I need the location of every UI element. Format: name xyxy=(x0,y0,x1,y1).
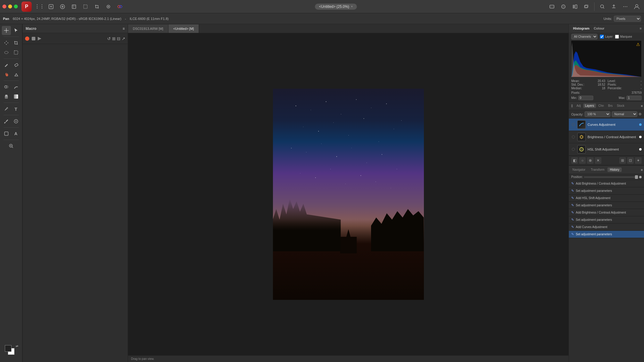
clip-btn[interactable]: ⊗ xyxy=(587,157,594,164)
blend-mode-select[interactable]: Normal Multiply Screen xyxy=(612,111,637,117)
navigator-tab[interactable]: Navigator xyxy=(570,167,588,172)
stop-button[interactable] xyxy=(32,37,35,40)
histogram-tab[interactable]: Histogram xyxy=(571,26,591,31)
heal-tool[interactable] xyxy=(11,117,21,126)
layers-menu-icon[interactable]: ≡ xyxy=(641,104,643,108)
transform-icon[interactable] xyxy=(69,2,79,11)
position-slider-track[interactable] xyxy=(584,176,638,178)
play-button[interactable] xyxy=(38,37,41,40)
duplicate-btn[interactable]: ⊡ xyxy=(627,157,634,164)
brush-tool[interactable] xyxy=(2,60,11,69)
minimize-button[interactable] xyxy=(8,5,12,8)
color-adj-icon[interactable] xyxy=(115,2,125,11)
eraser-tool[interactable] xyxy=(11,60,21,69)
history-item-1[interactable]: ✎ Set adjustment parameters xyxy=(569,187,644,195)
eyedropper-tool[interactable] xyxy=(2,117,11,126)
retouch-icon[interactable] xyxy=(104,2,113,11)
add-group-btn[interactable]: ⊞ xyxy=(619,157,626,164)
select-arrange-icon[interactable] xyxy=(46,2,56,11)
export-icon[interactable] xyxy=(609,2,619,11)
macro-menu-icon[interactable]: ≡ xyxy=(123,27,125,31)
document-title-pill[interactable]: <Untitled> (25.0%) × xyxy=(315,4,357,10)
compare-icon[interactable] xyxy=(570,2,580,11)
history-item-3[interactable]: ✎ Set adjustment parameters xyxy=(569,202,644,209)
history-item-0[interactable]: ✎ Add Brightness / Contrast Adjustment xyxy=(569,180,644,187)
search-main-icon[interactable] xyxy=(598,2,607,11)
marquee-checkbox[interactable] xyxy=(615,35,619,39)
layer-settings-icon[interactable]: ⚙ xyxy=(639,112,642,116)
title-close-btn[interactable]: × xyxy=(351,5,353,8)
layer-item-hsl[interactable]: HSL Shift Adjustment xyxy=(569,143,644,156)
user-profile-icon[interactable] xyxy=(632,2,642,11)
crop-icon[interactable] xyxy=(92,2,102,11)
mask-mode-icon[interactable] xyxy=(547,2,557,11)
layer-item-curves[interactable]: Curves Adjustment xyxy=(569,119,644,131)
history-item-2[interactable]: ✎ Add HSL Shift Adjustment xyxy=(569,195,644,202)
pen-tool[interactable] xyxy=(2,104,11,113)
layer-item-brightness[interactable]: Brightness / Contrast Adjustment xyxy=(569,131,644,143)
clone-tool[interactable] xyxy=(2,82,11,91)
history-item-7[interactable]: ✎ Set adjustment parameters xyxy=(569,231,644,238)
burn-tool[interactable] xyxy=(2,70,11,79)
view-mode-icon[interactable] xyxy=(559,2,568,11)
dodge-tool[interactable] xyxy=(11,70,21,79)
min-value-input[interactable] xyxy=(578,96,593,100)
layers-panel-icon[interactable]: || xyxy=(570,103,574,108)
swap-colors-icon[interactable]: ⇄ xyxy=(16,345,18,348)
move-tool[interactable] xyxy=(2,38,11,47)
units-select[interactable]: Pixels Inches Centimeters xyxy=(614,16,641,22)
layer-visibility-2[interactable] xyxy=(571,147,575,151)
gradient-tool[interactable] xyxy=(11,92,21,101)
transform-tab[interactable]: Transform xyxy=(588,167,607,172)
add-layer-btn[interactable]: + xyxy=(635,157,642,164)
smart-select-tool[interactable] xyxy=(11,48,21,57)
zoom-tool[interactable] xyxy=(7,141,16,151)
macro-save-icon[interactable]: ⊟ xyxy=(117,36,120,41)
pan-tool[interactable] xyxy=(2,26,11,35)
text-tool[interactable]: T xyxy=(11,104,21,113)
layer-checkbox[interactable] xyxy=(600,35,604,39)
macro-export-icon[interactable]: ↗ xyxy=(122,36,125,41)
adj-tab[interactable]: Adj xyxy=(575,103,582,108)
smudge-tool[interactable] xyxy=(11,82,21,91)
paint-icon[interactable] xyxy=(58,2,67,11)
history-menu-icon[interactable]: ≡ xyxy=(641,168,643,172)
doc-tab-1[interactable]: <Untitled> [M] xyxy=(168,24,199,33)
max-value-input[interactable] xyxy=(626,96,642,100)
history-tab[interactable]: History xyxy=(607,167,622,172)
freehand-select-tool[interactable] xyxy=(2,48,11,57)
history-item-4[interactable]: ✎ Add Brightness / Contrast Adjustment xyxy=(569,209,644,216)
add-mask-btn[interactable]: ◧ xyxy=(571,157,578,164)
brs-tab[interactable]: Brs xyxy=(606,103,614,108)
paint-bucket-tool[interactable] xyxy=(2,92,11,101)
select-pointer-tool[interactable] xyxy=(11,26,21,35)
delete-btn[interactable]: ✕ xyxy=(595,157,601,164)
layers-tab[interactable]: Layers xyxy=(583,103,596,108)
close-button[interactable] xyxy=(2,5,6,8)
layer-visibility-1[interactable] xyxy=(571,135,575,139)
position-slider-thumb[interactable] xyxy=(635,175,638,179)
stock-tab[interactable]: Stock xyxy=(615,103,626,108)
add-fx-btn[interactable]: ○ xyxy=(579,157,586,164)
maximize-button[interactable] xyxy=(14,5,18,8)
select-icon[interactable] xyxy=(81,2,90,11)
layer-visibility-0[interactable] xyxy=(571,122,575,127)
channel-select[interactable]: All Channels Red Green Blue Alpha xyxy=(571,34,598,40)
doc-tab-0[interactable]: DSC01913.ARW [M] xyxy=(128,24,168,33)
record-button[interactable] xyxy=(25,37,29,41)
more-actions-icon[interactable]: ⋯ xyxy=(620,2,630,11)
chn-tab[interactable]: Chn xyxy=(597,103,606,108)
layers-merge-icon[interactable] xyxy=(582,2,591,11)
canvas-area[interactable] xyxy=(128,33,569,355)
macro-grid-icon[interactable]: ⊞ xyxy=(112,36,116,41)
colour-tab[interactable]: Colour xyxy=(592,26,606,31)
history-item-6[interactable]: ✎ Add Curves Adjustment xyxy=(569,224,644,231)
extensions-icon[interactable]: ⋮⋮ xyxy=(35,2,44,11)
foreground-color-swatch[interactable] xyxy=(5,345,11,352)
shape-tool[interactable] xyxy=(2,129,11,138)
history-item-5[interactable]: ✎ Set adjustment parameters xyxy=(569,216,644,224)
macro-undo-icon[interactable]: ↺ xyxy=(107,36,111,41)
opacity-select[interactable]: 100 % xyxy=(585,111,610,117)
crop-tool[interactable] xyxy=(11,38,21,47)
histogram-menu-icon[interactable]: ≡ xyxy=(640,27,642,30)
